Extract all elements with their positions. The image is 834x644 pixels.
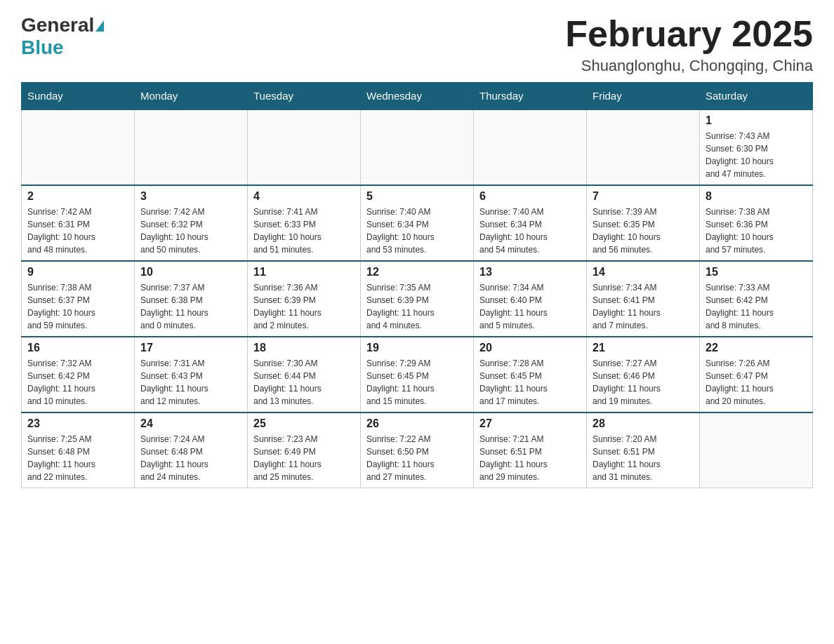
day-number: 2 [27, 190, 128, 203]
day-number: 12 [366, 266, 468, 279]
day-info: Sunrise: 7:35 AM Sunset: 6:39 PM Dayligh… [366, 281, 468, 332]
day-number: 27 [479, 417, 581, 430]
day-info: Sunrise: 7:31 AM Sunset: 6:43 PM Dayligh… [140, 357, 241, 408]
day-info: Sunrise: 7:23 AM Sunset: 6:49 PM Dayligh… [253, 433, 355, 483]
calendar-cell-w2-d2: 11Sunrise: 7:36 AM Sunset: 6:39 PM Dayli… [248, 261, 361, 337]
calendar-cell-w2-d3: 12Sunrise: 7:35 AM Sunset: 6:39 PM Dayli… [361, 261, 474, 337]
calendar-cell-w4-d5: 28Sunrise: 7:20 AM Sunset: 6:51 PM Dayli… [587, 412, 700, 488]
day-info: Sunrise: 7:40 AM Sunset: 6:34 PM Dayligh… [479, 206, 581, 256]
calendar-cell-w4-d0: 23Sunrise: 7:25 AM Sunset: 6:48 PM Dayli… [22, 412, 135, 488]
day-info: Sunrise: 7:39 AM Sunset: 6:35 PM Dayligh… [593, 206, 694, 256]
day-info: Sunrise: 7:27 AM Sunset: 6:46 PM Dayligh… [593, 357, 694, 408]
col-sunday: Sunday [22, 83, 135, 110]
day-number: 21 [593, 342, 694, 354]
day-info: Sunrise: 7:22 AM Sunset: 6:50 PM Dayligh… [366, 433, 468, 483]
col-tuesday: Tuesday [248, 83, 361, 110]
calendar-cell-w2-d1: 10Sunrise: 7:37 AM Sunset: 6:38 PM Dayli… [135, 261, 248, 337]
day-number: 25 [253, 417, 355, 430]
week-row-4: 23Sunrise: 7:25 AM Sunset: 6:48 PM Dayli… [22, 412, 813, 488]
day-info: Sunrise: 7:37 AM Sunset: 6:38 PM Dayligh… [140, 281, 241, 332]
day-info: Sunrise: 7:32 AM Sunset: 6:42 PM Dayligh… [27, 357, 128, 408]
calendar-cell-w1-d6: 8Sunrise: 7:38 AM Sunset: 6:36 PM Daylig… [700, 185, 813, 261]
day-info: Sunrise: 7:36 AM Sunset: 6:39 PM Dayligh… [253, 281, 355, 332]
calendar-cell-w3-d5: 21Sunrise: 7:27 AM Sunset: 6:46 PM Dayli… [587, 337, 700, 412]
calendar-cell-w2-d4: 13Sunrise: 7:34 AM Sunset: 6:40 PM Dayli… [474, 261, 587, 337]
day-info: Sunrise: 7:34 AM Sunset: 6:40 PM Dayligh… [479, 281, 581, 332]
calendar-cell-w0-d1 [135, 109, 248, 185]
calendar-cell-w0-d6: 1Sunrise: 7:43 AM Sunset: 6:30 PM Daylig… [700, 109, 813, 185]
col-thursday: Thursday [474, 83, 587, 110]
calendar-cell-w4-d1: 24Sunrise: 7:24 AM Sunset: 6:48 PM Dayli… [135, 412, 248, 488]
calendar-cell-w0-d5 [587, 109, 700, 185]
calendar-cell-w0-d4 [474, 109, 587, 185]
col-friday: Friday [587, 83, 700, 110]
col-wednesday: Wednesday [361, 83, 474, 110]
calendar-cell-w3-d2: 18Sunrise: 7:30 AM Sunset: 6:44 PM Dayli… [248, 337, 361, 412]
day-info: Sunrise: 7:40 AM Sunset: 6:34 PM Dayligh… [366, 206, 468, 256]
day-number: 23 [27, 417, 128, 430]
title-section: February 2025 Shuanglonghu, Chongqing, C… [565, 14, 813, 75]
day-info: Sunrise: 7:38 AM Sunset: 6:37 PM Dayligh… [27, 281, 128, 332]
week-row-2: 9Sunrise: 7:38 AM Sunset: 6:37 PM Daylig… [22, 261, 813, 337]
day-number: 9 [27, 266, 128, 279]
day-number: 4 [253, 190, 355, 203]
day-number: 16 [27, 342, 128, 354]
calendar-cell-w4-d4: 27Sunrise: 7:21 AM Sunset: 6:51 PM Dayli… [474, 412, 587, 488]
day-info: Sunrise: 7:30 AM Sunset: 6:44 PM Dayligh… [253, 357, 355, 408]
day-number: 1 [706, 114, 807, 127]
calendar-cell-w4-d2: 25Sunrise: 7:23 AM Sunset: 6:49 PM Dayli… [248, 412, 361, 488]
day-number: 7 [593, 190, 694, 203]
day-number: 15 [706, 266, 807, 279]
calendar-cell-w3-d6: 22Sunrise: 7:26 AM Sunset: 6:47 PM Dayli… [700, 337, 813, 412]
day-number: 10 [140, 266, 241, 279]
page-header: General Blue February 2025 Shuanglonghu,… [21, 14, 813, 75]
calendar-cell-w1-d3: 5Sunrise: 7:40 AM Sunset: 6:34 PM Daylig… [361, 185, 474, 261]
day-number: 18 [253, 342, 355, 354]
calendar-cell-w3-d3: 19Sunrise: 7:29 AM Sunset: 6:45 PM Dayli… [361, 337, 474, 412]
calendar-cell-w3-d0: 16Sunrise: 7:32 AM Sunset: 6:42 PM Dayli… [22, 337, 135, 412]
week-row-3: 16Sunrise: 7:32 AM Sunset: 6:42 PM Dayli… [22, 337, 813, 412]
day-number: 17 [140, 342, 241, 354]
calendar-table: Sunday Monday Tuesday Wednesday Thursday… [21, 82, 813, 488]
calendar-cell-w0-d3 [361, 109, 474, 185]
col-saturday: Saturday [700, 83, 813, 110]
day-info: Sunrise: 7:21 AM Sunset: 6:51 PM Dayligh… [479, 433, 581, 483]
day-number: 22 [706, 342, 807, 354]
day-info: Sunrise: 7:25 AM Sunset: 6:48 PM Dayligh… [27, 433, 128, 483]
calendar-cell-w3-d4: 20Sunrise: 7:28 AM Sunset: 6:45 PM Dayli… [474, 337, 587, 412]
calendar-cell-w3-d1: 17Sunrise: 7:31 AM Sunset: 6:43 PM Dayli… [135, 337, 248, 412]
logo-triangle-icon [95, 20, 104, 32]
day-number: 8 [706, 190, 807, 203]
day-info: Sunrise: 7:42 AM Sunset: 6:31 PM Dayligh… [27, 206, 128, 256]
day-number: 26 [366, 417, 468, 430]
calendar-cell-w2-d0: 9Sunrise: 7:38 AM Sunset: 6:37 PM Daylig… [22, 261, 135, 337]
day-number: 14 [593, 266, 694, 279]
calendar-cell-w2-d5: 14Sunrise: 7:34 AM Sunset: 6:41 PM Dayli… [587, 261, 700, 337]
day-number: 24 [140, 417, 241, 430]
calendar-cell-w0-d0 [22, 109, 135, 185]
logo-general-text: General [21, 14, 94, 36]
logo: General Blue [21, 14, 104, 59]
calendar-cell-w1-d5: 7Sunrise: 7:39 AM Sunset: 6:35 PM Daylig… [587, 185, 700, 261]
calendar-cell-w4-d6 [700, 412, 813, 488]
day-number: 6 [479, 190, 581, 203]
day-number: 19 [366, 342, 468, 354]
calendar-cell-w4-d3: 26Sunrise: 7:22 AM Sunset: 6:50 PM Dayli… [361, 412, 474, 488]
day-number: 28 [593, 417, 694, 430]
day-info: Sunrise: 7:24 AM Sunset: 6:48 PM Dayligh… [140, 433, 241, 483]
day-info: Sunrise: 7:43 AM Sunset: 6:30 PM Dayligh… [706, 130, 807, 180]
day-number: 20 [479, 342, 581, 354]
day-info: Sunrise: 7:28 AM Sunset: 6:45 PM Dayligh… [479, 357, 581, 408]
calendar-cell-w1-d2: 4Sunrise: 7:41 AM Sunset: 6:33 PM Daylig… [248, 185, 361, 261]
calendar-header-row: Sunday Monday Tuesday Wednesday Thursday… [22, 83, 813, 110]
calendar-cell-w0-d2 [248, 109, 361, 185]
day-number: 11 [253, 266, 355, 279]
day-number: 5 [366, 190, 468, 203]
week-row-0: 1Sunrise: 7:43 AM Sunset: 6:30 PM Daylig… [22, 109, 813, 185]
col-monday: Monday [135, 83, 248, 110]
day-info: Sunrise: 7:29 AM Sunset: 6:45 PM Dayligh… [366, 357, 468, 408]
day-info: Sunrise: 7:26 AM Sunset: 6:47 PM Dayligh… [706, 357, 807, 408]
day-info: Sunrise: 7:33 AM Sunset: 6:42 PM Dayligh… [706, 281, 807, 332]
day-info: Sunrise: 7:38 AM Sunset: 6:36 PM Dayligh… [706, 206, 807, 256]
calendar-cell-w1-d1: 3Sunrise: 7:42 AM Sunset: 6:32 PM Daylig… [135, 185, 248, 261]
